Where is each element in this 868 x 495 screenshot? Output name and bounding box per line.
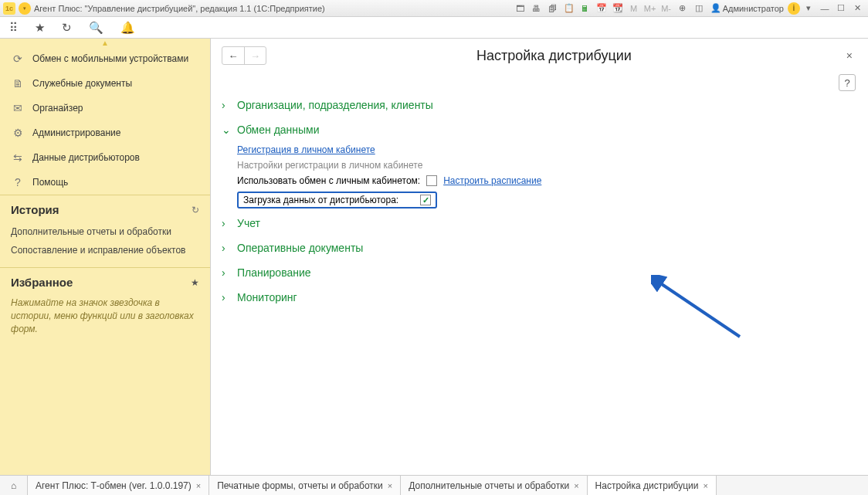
chevron-right-icon: › <box>222 291 231 303</box>
tab-close-icon[interactable]: × <box>574 481 578 490</box>
info-icon[interactable]: i <box>788 2 800 15</box>
toolbar: ⠿ ★ ↻ 🔍 🔔 <box>0 17 868 39</box>
window-mode-icon[interactable]: ◫ <box>691 2 707 15</box>
tab-item-active[interactable]: Настройка дистрибуции × <box>588 476 717 495</box>
chevron-right-icon: › <box>222 242 231 254</box>
group-mon[interactable]: › Мониторинг <box>222 285 857 310</box>
user-name: Администратор <box>723 4 784 13</box>
load-checkbox[interactable] <box>420 195 431 205</box>
register-hint: Настройки регистрации в личном кабинете <box>237 160 422 171</box>
chevron-down-icon: ⌄ <box>222 124 231 136</box>
tab-close-icon[interactable]: × <box>196 481 201 490</box>
nav-buttons: ← → <box>222 46 266 65</box>
nav-label: Обмен с мобильными устройствами <box>32 53 188 64</box>
data-icon: ⇆ <box>11 151 25 164</box>
star-icon[interactable]: ★ <box>35 21 45 35</box>
main-area: ▲ ⟳ Обмен с мобильными устройствами 🗎 Сл… <box>0 39 868 475</box>
nav-item-docs[interactable]: 🗎 Служебные документы <box>0 71 210 96</box>
favorites-hint: Нажимайте на значок звездочка в истории,… <box>0 293 210 343</box>
search-icon[interactable]: 🔍 <box>89 21 103 35</box>
group-exchange[interactable]: ⌄ Обмен данными <box>222 117 857 142</box>
chevron-right-icon: › <box>222 266 231 279</box>
close-icon[interactable]: ✕ <box>849 2 865 15</box>
tab-label: Дополнительные отчеты и обработки <box>409 480 569 491</box>
nav-label: Служебные документы <box>32 78 132 89</box>
history-expand-icon[interactable]: ↻ <box>192 205 199 215</box>
forward-button[interactable]: → <box>244 47 266 64</box>
nav-label: Органайзер <box>32 103 83 114</box>
favorites-section-header: Избранное ★ <box>0 268 210 293</box>
nav-item-help[interactable]: ? Помощь <box>0 170 210 195</box>
history-item[interactable]: Сопоставление и исправление объектов <box>11 241 199 259</box>
group-label: Мониторинг <box>237 291 297 303</box>
group-org[interactable]: › Организации, подразделения, клиенты <box>222 93 857 117</box>
user-label[interactable]: 👤 Администратор <box>707 3 787 13</box>
print-icon[interactable]: 🖶 <box>529 2 544 15</box>
nav-item-exchange[interactable]: ⟳ Обмен с мобильными устройствами <box>0 46 210 71</box>
gear-icon: ⚙ <box>11 127 25 139</box>
use-exchange-label: Использовать обмен с личным кабинетом: <box>237 175 420 186</box>
chevron-right-icon: › <box>222 99 231 111</box>
sidebar: ▲ ⟳ Обмен с мобильными устройствами 🗎 Сл… <box>0 39 211 475</box>
group-op[interactable]: › Оперативные документы <box>222 236 857 260</box>
memory-mminus[interactable]: M- <box>659 2 674 15</box>
copy-icon[interactable]: 🗐 <box>545 2 561 15</box>
print-preview-icon[interactable]: 🗔 <box>513 2 528 15</box>
tab-label: Печатные формы, отчеты и обработки <box>217 480 383 491</box>
calc-icon[interactable]: 🖩 <box>578 2 593 15</box>
use-exchange-checkbox[interactable] <box>426 175 437 186</box>
nav-item-admin[interactable]: ⚙ Администрирование <box>0 120 210 145</box>
favorites-star-icon[interactable]: ★ <box>191 277 199 288</box>
history-icon[interactable]: ↻ <box>62 21 72 35</box>
nav-label: Данные дистрибьюторов <box>32 152 140 163</box>
history-item[interactable]: Дополнительные отчеты и обработки <box>11 222 199 241</box>
calendar-icon[interactable]: 📅 <box>594 2 609 15</box>
bell-icon[interactable]: 🔔 <box>120 21 135 35</box>
tab-close-icon[interactable]: × <box>388 481 392 490</box>
tab-close-icon[interactable]: × <box>703 481 707 490</box>
dropdown-icon[interactable]: ▾ <box>801 2 816 15</box>
load-label: Загрузка данных от дистрибьютора: <box>243 195 398 205</box>
register-link[interactable]: Регистрация в личном кабинете <box>237 144 375 155</box>
history-title: История <box>11 203 59 216</box>
content-close-icon[interactable]: × <box>842 48 857 63</box>
titlebar: 1c ▾ Агент Плюс: "Управление дистрибуцие… <box>0 0 868 17</box>
calendar2-icon[interactable]: 📆 <box>610 2 626 15</box>
load-from-distributor-row: Загрузка данных от дистрибьютора: <box>237 192 437 209</box>
maximize-icon[interactable]: ☐ <box>833 2 849 15</box>
doc-icon: 🗎 <box>11 77 25 90</box>
zoom-in-icon[interactable]: ⊕ <box>675 2 690 15</box>
nav-item-distributors[interactable]: ⇆ Данные дистрибьюторов <box>0 145 210 170</box>
tab-item[interactable]: Дополнительные отчеты и обработки × <box>401 476 587 495</box>
group-uchet[interactable]: › Учет <box>222 211 857 236</box>
user-icon: 👤 <box>710 3 721 13</box>
help-icon: ? <box>11 176 25 188</box>
clipboard-icon[interactable]: 📋 <box>561 2 577 15</box>
tab-label: Настройка дистрибуции <box>595 480 699 491</box>
nav-item-organizer[interactable]: ✉ Органайзер <box>0 96 210 120</box>
organizer-icon: ✉ <box>11 102 25 114</box>
back-button[interactable]: ← <box>222 47 244 64</box>
home-tab[interactable]: ⌂ <box>0 476 28 495</box>
history-section-header: История ↻ <box>0 195 210 221</box>
memory-m[interactable]: M <box>626 2 642 15</box>
sidebar-collapse-icon[interactable]: ▲ <box>0 39 210 46</box>
tab-item[interactable]: Печатные формы, отчеты и обработки × <box>209 476 401 495</box>
schedule-link[interactable]: Настроить расписание <box>443 175 541 186</box>
help-button[interactable]: ? <box>839 74 856 91</box>
page-title: Настройка дистрибуции <box>476 48 632 63</box>
memory-mplus[interactable]: M+ <box>643 2 658 15</box>
minimize-icon[interactable]: — <box>817 2 832 15</box>
refresh-icon: ⟳ <box>11 53 25 65</box>
app-dropdown-icon[interactable]: ▾ <box>19 2 31 15</box>
tab-bar: ⌂ Агент Плюс: Т-обмен (ver. 1.0.0.197) ×… <box>0 475 868 495</box>
apps-icon[interactable]: ⠿ <box>9 21 18 35</box>
tab-item[interactable]: Агент Плюс: Т-обмен (ver. 1.0.0.197) × <box>28 476 209 495</box>
nav-label: Помощь <box>32 177 68 188</box>
nav-list: ⟳ Обмен с мобильными устройствами 🗎 Служ… <box>0 46 210 195</box>
group-plan[interactable]: › Планирование <box>222 260 857 285</box>
group-label: Обмен данными <box>237 124 320 136</box>
history-section-body: Дополнительные отчеты и обработки Сопост… <box>0 221 210 267</box>
group-label: Учет <box>237 217 260 229</box>
chevron-right-icon: › <box>222 217 231 229</box>
